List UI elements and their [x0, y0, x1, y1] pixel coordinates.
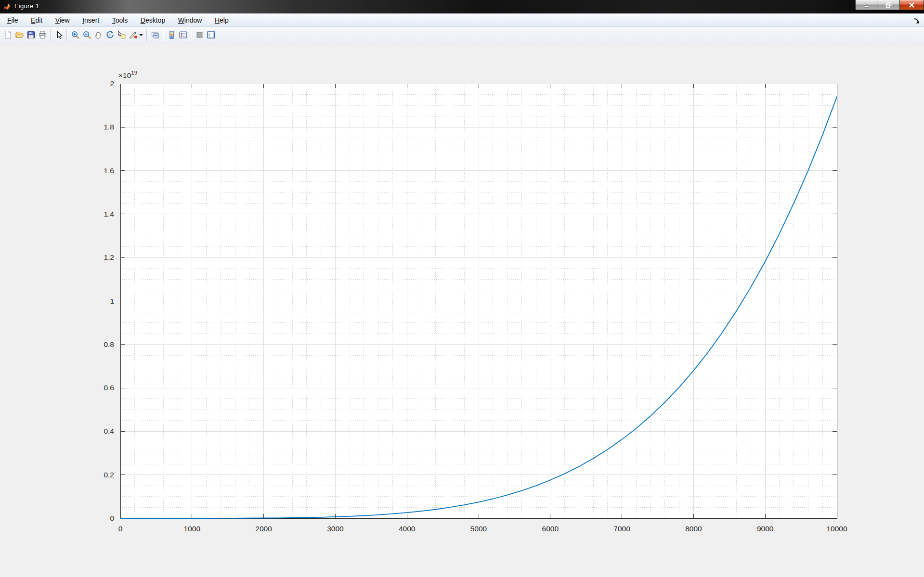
svg-text:1.4: 1.4: [104, 210, 114, 218]
menu-view[interactable]: View: [50, 13, 75, 27]
svg-text:1.2: 1.2: [104, 253, 114, 261]
svg-text:10000: 10000: [826, 525, 847, 533]
open-file-icon[interactable]: [13, 29, 25, 41]
zoom-out-icon[interactable]: [81, 29, 92, 41]
menu-bar: File Edit View Insert Tools Desktop Wind…: [0, 13, 924, 27]
menu-help[interactable]: Help: [209, 13, 234, 27]
svg-text:8000: 8000: [685, 525, 702, 533]
title-bar[interactable]: Figure 1: [0, 0, 924, 13]
matlab-logo-icon: [3, 2, 11, 11]
window-title: Figure 1: [14, 2, 39, 10]
menu-insert[interactable]: Insert: [77, 13, 104, 27]
menu-file[interactable]: File: [2, 13, 24, 27]
menu-tools[interactable]: Tools: [107, 13, 133, 27]
svg-text:1000: 1000: [184, 525, 201, 533]
svg-text:5000: 5000: [470, 525, 487, 533]
rotate-3d-icon[interactable]: [104, 29, 116, 41]
figure-window: Figure 1 File Edit View Insert Tools Des…: [0, 0, 924, 577]
svg-text:7000: 7000: [613, 525, 630, 533]
menu-edit[interactable]: Edit: [26, 13, 48, 27]
new-figure-icon[interactable]: [2, 29, 13, 41]
svg-text:0: 0: [110, 514, 114, 522]
restore-button[interactable]: [877, 0, 900, 10]
zoom-in-icon[interactable]: [69, 29, 81, 41]
pan-icon[interactable]: [92, 29, 104, 41]
figure-toolbar: [0, 27, 924, 43]
toolbar-separator: [191, 29, 192, 41]
save-figure-icon[interactable]: [25, 29, 37, 41]
svg-text:1.6: 1.6: [104, 167, 114, 175]
print-figure-icon[interactable]: [37, 29, 48, 41]
svg-text:6000: 6000: [542, 525, 559, 533]
link-plot-icon[interactable]: [149, 29, 161, 41]
svg-text:1.8: 1.8: [104, 123, 114, 131]
show-plot-tools-icon[interactable]: [205, 29, 217, 41]
brush-dropdown-caret-icon[interactable]: [139, 34, 143, 36]
menu-window[interactable]: Window: [173, 13, 208, 27]
insert-colorbar-icon[interactable]: [166, 29, 177, 41]
window-controls: [855, 0, 924, 10]
toolbar-separator: [66, 29, 67, 41]
svg-text:4000: 4000: [399, 525, 416, 533]
edit-plot-icon[interactable]: [53, 29, 65, 41]
hide-plot-tools-icon[interactable]: [194, 29, 205, 41]
menu-desktop[interactable]: Desktop: [135, 13, 170, 27]
toolbar-separator: [163, 29, 164, 41]
brush-data-icon[interactable]: [127, 29, 139, 41]
figure-client-area: 0100020003000400050006000700080009000100…: [0, 43, 924, 577]
svg-text:3000: 3000: [327, 525, 344, 533]
svg-text:0.6: 0.6: [104, 384, 114, 392]
toolbar-separator: [146, 29, 147, 41]
close-button[interactable]: [900, 0, 924, 10]
svg-text:2: 2: [110, 79, 114, 88]
svg-text:2000: 2000: [255, 525, 272, 533]
insert-legend-icon[interactable]: [177, 29, 189, 41]
svg-text:×1019: ×1019: [118, 70, 137, 79]
toolbar-separator: [50, 29, 51, 41]
svg-text:0.2: 0.2: [104, 471, 114, 479]
svg-text:0.4: 0.4: [104, 427, 114, 435]
plot-canvas[interactable]: 0100020003000400050006000700080009000100…: [0, 43, 924, 577]
data-cursor-icon[interactable]: [116, 29, 127, 41]
svg-text:1: 1: [110, 297, 114, 305]
svg-text:0.8: 0.8: [104, 340, 114, 348]
dock-figure-arrow-icon[interactable]: [913, 16, 921, 24]
svg-text:0: 0: [118, 525, 123, 533]
minimize-button[interactable]: [855, 0, 877, 10]
svg-text:9000: 9000: [757, 525, 774, 533]
